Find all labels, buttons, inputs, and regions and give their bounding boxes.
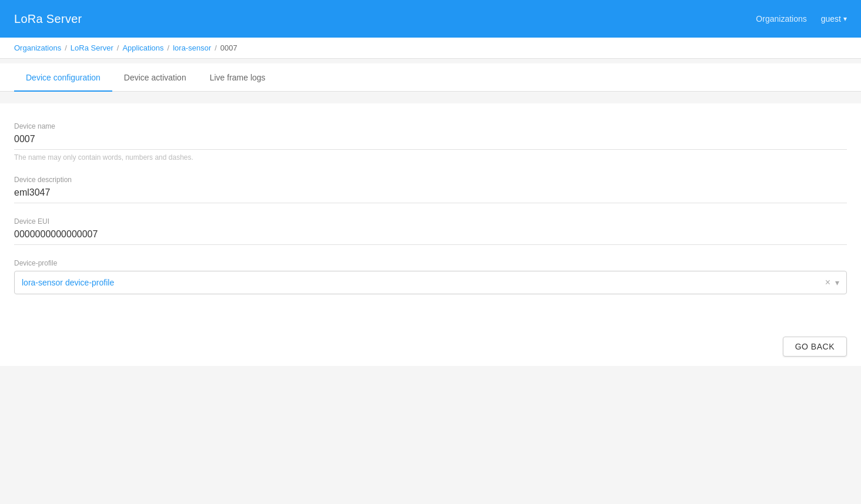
breadcrumb-sep-1: / [65, 43, 67, 52]
top-nav-right: Organizations guest [756, 14, 847, 23]
tab-live-frame-logs[interactable]: Live frame logs [198, 63, 277, 92]
breadcrumb-sep-2: / [117, 43, 119, 52]
tab-device-activation[interactable]: Device activation [112, 63, 198, 92]
device-name-label: Device name [14, 122, 847, 130]
device-description-group: Device description eml3047 [14, 176, 847, 203]
device-eui-label: Device EUI [14, 217, 847, 226]
device-profile-select[interactable]: lora-sensor device-profile × ▾ [14, 271, 847, 294]
tabs-bar: Device configuration Device activation L… [0, 63, 861, 92]
top-nav: LoRa Server Organizations guest [0, 0, 861, 38]
select-controls: × ▾ [825, 277, 839, 288]
breadcrumb-loraserver[interactable]: LoRa Server [71, 43, 113, 52]
select-clear-icon[interactable]: × [825, 277, 830, 288]
device-eui-value: 0000000000000007 [14, 229, 847, 245]
device-description-value: eml3047 [14, 187, 847, 203]
user-menu[interactable]: guest [821, 14, 847, 23]
brand-logo: LoRa Server [14, 12, 82, 26]
breadcrumb-applications[interactable]: Applications [122, 43, 163, 52]
breadcrumb-organizations[interactable]: Organizations [14, 43, 61, 52]
device-name-value: 0007 [14, 134, 847, 150]
device-description-label: Device description [14, 176, 847, 184]
organizations-nav-link[interactable]: Organizations [756, 14, 806, 23]
breadcrumb: Organizations / LoRa Server / Applicatio… [0, 38, 861, 59]
device-name-hint: The name may only contain words, numbers… [14, 153, 847, 162]
go-back-button[interactable]: GO BACK [783, 337, 847, 357]
device-profile-label: Device-profile [14, 259, 847, 267]
footer-bar: GO BACK [0, 327, 861, 366]
tab-device-configuration[interactable]: Device configuration [14, 63, 112, 92]
breadcrumb-current: 0007 [220, 43, 237, 52]
breadcrumb-lora-sensor[interactable]: lora-sensor [173, 43, 211, 52]
chevron-down-icon: ▾ [835, 278, 839, 287]
device-name-group: Device name 0007 The name may only conta… [14, 122, 847, 162]
breadcrumb-sep-3: / [167, 43, 170, 52]
device-profile-group: Device-profile lora-sensor device-profil… [14, 259, 847, 294]
main-content: Device name 0007 The name may only conta… [0, 103, 861, 327]
device-eui-group: Device EUI 0000000000000007 [14, 217, 847, 245]
breadcrumb-sep-4: / [215, 43, 217, 52]
device-profile-select-value: lora-sensor device-profile [22, 278, 114, 287]
